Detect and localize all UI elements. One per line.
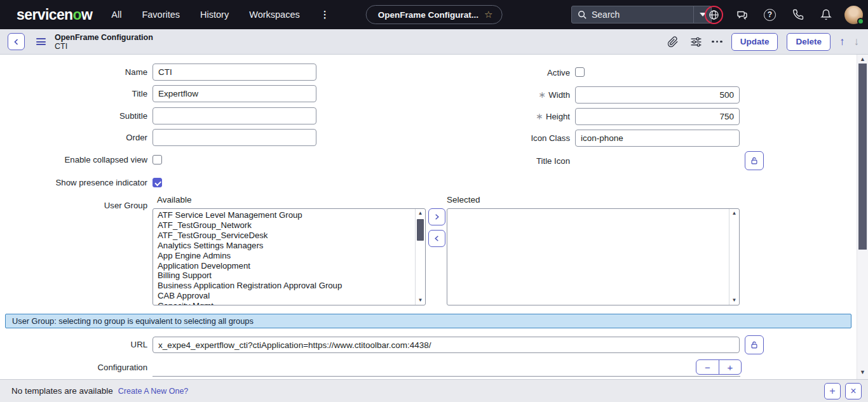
more-menu-icon[interactable]: ⋮ [320,9,330,20]
configuration-label: Configuration [0,363,147,372]
footer-buttons: + × [824,383,862,399]
update-button[interactable]: Update [731,33,778,51]
context-pill-label: OpenFrame Configurat... [378,10,478,20]
list-item[interactable]: Application Development [153,261,415,271]
width-input[interactable] [575,86,740,104]
no-templates-message: No templates are available [11,386,113,396]
height-input[interactable] [575,108,740,125]
url-lock-button[interactable] [745,335,764,354]
list-item[interactable]: CAB Approval [153,291,415,301]
form-context-menu-icon[interactable] [36,38,46,45]
notifications-bell-icon[interactable] [817,6,835,24]
nav-history[interactable]: History [200,10,229,20]
enable-collapsed-view-checkbox[interactable] [153,155,162,164]
list-item[interactable]: Billing Support [153,271,415,281]
selected-list-scrollbar[interactable]: ▲ ▼ [729,209,739,305]
scroll-up-icon[interactable]: ▲ [418,209,423,218]
title-input[interactable] [153,85,316,102]
phone-icon[interactable] [789,6,807,24]
name-input[interactable] [153,64,316,81]
add-template-button[interactable]: + [824,383,841,399]
next-record-icon[interactable]: ↓ [854,36,860,47]
selected-header: Selected [447,195,480,204]
height-label: ∗Height [407,108,570,125]
create-new-template-link[interactable]: Create A New One? [118,387,188,396]
lock-icon [750,156,759,165]
show-presence-indicator-label: Show presence indicator [0,178,147,187]
user-group-info-message: User Group: selecting no group is equiva… [5,314,851,328]
delete-button[interactable]: Delete [787,33,831,51]
width-label: ∗Width [407,86,570,104]
more-options-icon[interactable] [712,41,722,43]
record-type-label: OpenFrame Configuration [55,33,153,42]
nav-workspaces[interactable]: Workspaces [249,10,300,20]
scrollbar-thumb[interactable] [417,219,424,241]
back-button[interactable] [8,33,25,50]
mandatory-icon: ∗ [539,90,546,100]
search-input[interactable] [592,10,693,20]
available-header: Available [157,195,192,204]
title-icon-lock-button[interactable] [745,151,764,170]
close-panel-button[interactable]: × [845,383,862,399]
name-label: Name [0,64,147,81]
chevron-left-icon [433,235,440,242]
servicenow-logo[interactable]: servicenow [17,6,92,23]
list-item[interactable]: Business Application Registration Approv… [153,281,415,291]
selected-listbox[interactable]: ▲ ▼ [447,208,740,305]
user-group-label: User Group [0,201,147,210]
url-label: URL [0,337,147,353]
title-label: Title [0,85,147,102]
mandatory-icon: ∗ [536,111,543,121]
nav-all[interactable]: All [111,10,121,20]
show-presence-indicator-checkbox[interactable] [153,178,162,187]
chevron-right-icon [433,213,440,220]
list-item[interactable]: ATF Service Level Management Group [153,210,415,220]
icon-class-label: Icon Class [407,130,570,147]
globe-icon[interactable] [705,6,723,24]
templates-footer: No templates are available Create A New … [0,379,868,402]
chat-icon[interactable] [733,6,751,24]
context-pill[interactable]: OpenFrame Configurat... ☆ [366,5,503,24]
search-icon [578,10,587,20]
personalize-form-sliders-icon[interactable] [689,35,703,49]
page-scrollbar-thumb[interactable] [858,64,867,250]
available-list-scrollbar[interactable]: ▲ ▼ [415,209,425,305]
list-item[interactable]: Analytics Settings Managers [153,241,415,251]
order-input[interactable] [153,129,316,146]
configuration-stepper: − + [696,359,742,375]
scroll-down-icon[interactable]: ▼ [860,368,865,377]
favorite-star-icon[interactable]: ☆ [484,9,492,20]
list-item[interactable]: Capacity Mgmt [153,301,415,305]
scroll-up-icon[interactable]: ▲ [860,55,865,64]
form-content: Name Title Subtitle Order Enable collaps… [0,55,868,379]
title-icon-label: Title Icon [407,156,570,166]
scroll-down-icon[interactable]: ▼ [418,296,423,305]
increase-button[interactable]: + [719,360,741,374]
url-input[interactable] [153,337,740,353]
search-box[interactable] [571,6,712,23]
form-toolbar: OpenFrame Configuration CTI Update Delet… [0,29,868,55]
user-avatar[interactable] [844,6,863,24]
available-listbox[interactable]: ATF Service Level Management GroupATF_Te… [153,208,426,305]
move-right-button[interactable] [428,208,445,225]
list-item[interactable]: ATF_TestGroup_Network [153,220,415,231]
scroll-down-icon[interactable]: ▼ [732,296,737,305]
nav-favorites[interactable]: Favorites [142,10,180,20]
move-left-button[interactable] [428,230,445,247]
lock-icon [750,340,759,349]
subtitle-input[interactable] [153,107,316,124]
decrease-button[interactable]: − [696,360,719,374]
record-title: OpenFrame Configuration CTI [55,33,153,51]
record-name-label: CTI [55,42,153,51]
page-scrollbar[interactable]: ▲ ▼ [857,55,868,379]
header-icon-cluster: ? [705,0,863,29]
list-item[interactable]: ATF_TestGroup_ServiceDesk [153,231,415,241]
chevron-left-icon [13,38,20,46]
help-icon[interactable]: ? [761,6,779,24]
icon-class-input[interactable] [575,130,740,147]
previous-record-icon[interactable]: ↑ [839,36,845,47]
list-item[interactable]: App Engine Admins [153,251,415,261]
scroll-up-icon[interactable]: ▲ [732,209,737,218]
attachment-paperclip-icon[interactable] [666,35,680,49]
active-checkbox[interactable] [575,67,585,77]
